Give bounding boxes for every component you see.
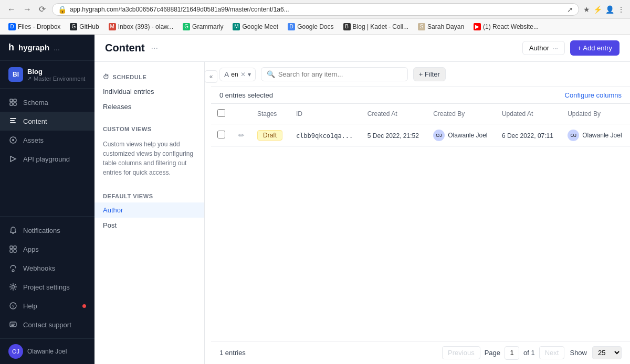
schedule-icon: ⏱ — [103, 73, 110, 81]
svg-rect-1 — [14, 99, 16, 102]
sidebar-item-apps[interactable]: Apps — [0, 240, 94, 259]
sidebar-item-contact-support[interactable]: Contact support — [0, 315, 94, 334]
bookmark-sarah[interactable]: S Sarah Dayan — [414, 22, 468, 32]
sidebar-item-notifications[interactable]: Notifications — [0, 221, 94, 240]
table-container: Stages ID Created At Created By — [211, 104, 630, 341]
bookmark-inbox[interactable]: M Inbox (393) - olaw... — [104, 22, 177, 32]
row-stage-cell: Draft — [251, 124, 290, 147]
profile-icon[interactable]: 👤 — [605, 5, 614, 14]
bookmark-label: Sarah Dayan — [427, 23, 464, 30]
translate-icon: A — [224, 70, 229, 79]
search-box[interactable]: 🔍 — [261, 67, 408, 81]
apps-icon — [8, 244, 18, 254]
individual-entries-item[interactable]: Individual entries — [94, 84, 204, 99]
reload-button[interactable]: ⟳ — [37, 3, 48, 15]
env-badge: BI — [8, 67, 23, 82]
bookmark-react[interactable]: ▶ (1) React Website... — [469, 22, 543, 32]
add-entry-button[interactable]: + Add entry — [570, 40, 620, 56]
table-row: ✏ Draft clbb9qkco1qa... 5 Dec 2022, 21:5… — [211, 124, 630, 147]
top-header: Content ··· Author ··· + Add entry — [94, 35, 630, 62]
row-checkbox[interactable] — [217, 131, 225, 138]
table-area: A en ✕ ▾ 🔍 + Filter 0 entries selected C… — [211, 62, 630, 364]
post-view-item[interactable]: Post — [94, 218, 204, 233]
author-tab-label: Author — [529, 44, 549, 52]
updated-at-column-header[interactable]: Updated At — [496, 104, 561, 124]
sidebar-item-assets[interactable]: Assets — [0, 131, 94, 149]
collapse-panel-button[interactable]: « — [205, 70, 217, 83]
id-column-header[interactable]: ID — [290, 104, 361, 124]
settings-icon — [8, 282, 18, 292]
sidebar-item-label: Assets — [23, 136, 44, 144]
updated-by-column-header[interactable]: Updated By — [561, 104, 630, 124]
bookmark-label: Inbox (393) - olaw... — [118, 23, 173, 30]
sidebar-item-project-settings[interactable]: Project settings — [0, 277, 94, 296]
custom-views-empty-text: Custom views help you add customized vie… — [94, 135, 204, 181]
sidebar-item-schema[interactable]: Schema — [0, 93, 94, 112]
author-tab-pill[interactable]: Author ··· — [522, 41, 565, 55]
custom-views-label: CUSTOM VIEWS — [103, 126, 152, 132]
browser-actions: ★ ⚡ 👤 ⋮ — [583, 5, 625, 14]
author-view-item[interactable]: Author — [94, 202, 204, 218]
table-header-row: Stages ID Created At Created By — [211, 104, 630, 124]
sidebar-item-help[interactable]: ? Help — [0, 296, 94, 315]
github-favicon: G — [70, 23, 77, 30]
assets-icon — [8, 135, 18, 145]
user-avatar: OJ — [8, 344, 23, 359]
bookmarks-bar: D Files - Dropbox G GitHub M Inbox (393)… — [0, 19, 630, 35]
forward-button[interactable]: → — [21, 4, 34, 15]
row-updated-at-cell: 6 Dec 2022, 07:11 — [496, 124, 561, 147]
row-id: clbb9qkco1qa... — [296, 132, 353, 140]
updated-by-name: Olawanle Joel — [582, 132, 622, 139]
of-label: of 1 — [523, 349, 535, 357]
updated-by-avatar: OJ — [568, 130, 579, 141]
sidebar-bottom: Notifications Apps — [0, 216, 94, 338]
bookmark-dropbox[interactable]: D Files - Dropbox — [4, 22, 65, 32]
sidebar-user[interactable]: OJ Olawanle Joel — [0, 338, 94, 364]
lang-dropdown-icon[interactable]: ▾ — [248, 71, 251, 78]
menu-icon[interactable]: ⋮ — [617, 5, 625, 14]
page-nav: Previous Page of 1 Next — [442, 346, 564, 360]
dropbox-favicon: D — [8, 23, 16, 30]
svg-rect-4 — [10, 118, 16, 119]
header-actions: Author ··· + Add entry — [522, 40, 620, 56]
sidebar-item-api-playground[interactable]: API playground — [0, 149, 94, 168]
lang-remove-button[interactable]: ✕ — [240, 71, 246, 78]
releases-item[interactable]: Releases — [94, 99, 204, 114]
sidebar-item-webhooks[interactable]: Webhooks — [0, 259, 94, 277]
page-title-dots[interactable]: ··· — [151, 44, 158, 53]
bookmark-grammarly[interactable]: G Grammarly — [178, 22, 227, 32]
address-bar[interactable]: 🔒 app.hygraph.com/fa3cb006567c468881f216… — [52, 3, 579, 16]
per-page-select[interactable]: 25 50 100 — [592, 346, 622, 359]
bookmark-label: GitHub — [79, 23, 99, 30]
bookmark-blog[interactable]: B Blog | Kadet - Coll... — [339, 22, 413, 32]
extensions-icon[interactable]: ⚡ — [593, 5, 602, 14]
table-status-bar: 0 entries selected Configure columns — [211, 87, 630, 104]
bookmark-meet[interactable]: M Google Meet — [228, 22, 282, 32]
previous-page-button[interactable]: Previous — [442, 346, 480, 359]
main-area: Content ··· Author ··· + Add entry ⏱ SCH… — [94, 35, 630, 364]
bookmark-github[interactable]: G GitHub — [66, 22, 103, 32]
row-updated-at: 6 Dec 2022, 07:11 — [502, 132, 553, 140]
created-by-column-header[interactable]: Created By — [427, 104, 496, 124]
project-section: BI Blog ↗ Master Environment — [0, 61, 94, 89]
schedule-label: SCHEDULE — [113, 74, 147, 80]
created-at-column-header[interactable]: Created At — [361, 104, 427, 124]
custom-views-section: CUSTOM VIEWS Custom views help you add c… — [94, 123, 204, 181]
filter-button[interactable]: + Filter — [413, 67, 446, 81]
back-button[interactable]: ← — [5, 4, 18, 15]
next-page-button[interactable]: Next — [539, 346, 565, 359]
svg-rect-3 — [14, 103, 16, 105]
project-env[interactable]: BI Blog ↗ Master Environment — [8, 67, 86, 82]
bookmark-icon[interactable]: ★ — [583, 5, 590, 14]
browser-bar: ← → ⟳ 🔒 app.hygraph.com/fa3cb006567c4688… — [0, 0, 630, 19]
row-edit-button[interactable]: ✏ — [238, 131, 245, 140]
nav-buttons: ← → ⟳ — [5, 3, 48, 15]
sidebar-item-content[interactable]: Content — [0, 112, 94, 131]
select-all-checkbox[interactable] — [217, 109, 225, 117]
bookmark-docs[interactable]: D Google Docs — [284, 22, 338, 32]
search-input[interactable] — [278, 70, 402, 78]
stages-column-header[interactable]: Stages — [251, 104, 290, 124]
page-number-input[interactable] — [505, 346, 519, 360]
language-selector[interactable]: A en ✕ ▾ — [219, 68, 256, 81]
configure-columns-link[interactable]: Configure columns — [565, 91, 622, 99]
